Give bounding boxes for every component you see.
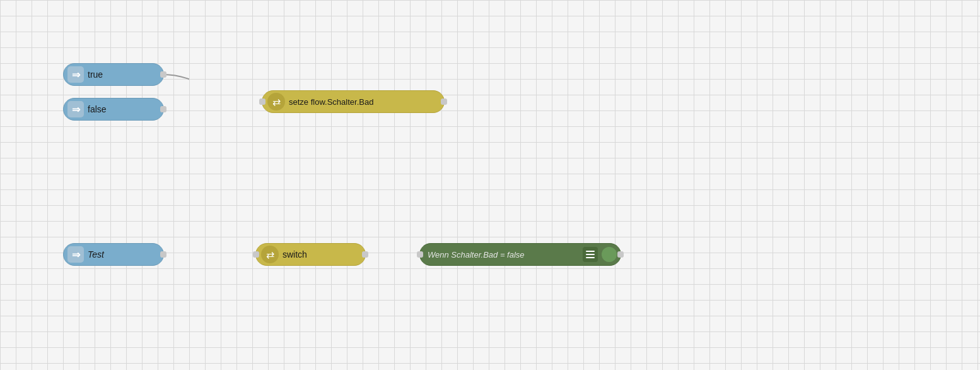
inject-false-label: false <box>88 104 107 114</box>
shuffle-icon-2: ⇄ <box>266 249 274 261</box>
setze-label: setze flow.Schalter.Bad <box>289 97 373 107</box>
inject-false-port-out <box>160 106 166 112</box>
grid-canvas <box>0 0 980 370</box>
switch-port-in <box>253 251 259 258</box>
setze-port-in <box>259 98 265 105</box>
inject-true-node[interactable]: ⇒ true <box>63 63 164 86</box>
inject-test-icon-box: ⇒ <box>67 246 84 263</box>
setze-icon-circle: ⇄ <box>267 93 285 110</box>
switch-node[interactable]: ⇄ switch <box>255 243 366 266</box>
inject-false-icon-box: ⇒ <box>67 101 84 117</box>
menu-line-2 <box>586 254 595 255</box>
setze-node[interactable]: ⇄ setze flow.Schalter.Bad <box>262 90 445 113</box>
wenn-status-dot <box>602 247 617 262</box>
menu-line-1 <box>586 251 595 252</box>
inject-test-label: Test <box>88 249 104 260</box>
inject-test-node[interactable]: ⇒ Test <box>63 243 164 266</box>
inject-test-port-out <box>160 251 166 258</box>
switch-label: switch <box>283 249 307 260</box>
wenn-label: Wenn Schalter.Bad = false <box>428 250 579 260</box>
switch-port-out <box>362 251 368 258</box>
inject-true-label: true <box>88 69 103 80</box>
menu-line-3 <box>586 257 595 258</box>
arrow-right-icon-3: ⇒ <box>72 249 80 261</box>
shuffle-icon-1: ⇄ <box>272 96 281 108</box>
inject-false-node[interactable]: ⇒ false <box>63 98 164 121</box>
menu-icon <box>583 247 598 262</box>
arrow-right-icon-2: ⇒ <box>72 104 80 116</box>
inject-true-icon-box: ⇒ <box>67 66 84 83</box>
inject-true-port-out <box>160 71 166 78</box>
wenn-port-in <box>417 251 423 258</box>
wenn-port-out <box>617 251 624 258</box>
wenn-node[interactable]: Wenn Schalter.Bad = false <box>419 243 621 266</box>
switch-icon-circle: ⇄ <box>261 246 279 263</box>
arrow-right-icon: ⇒ <box>72 69 80 81</box>
setze-port-out <box>441 98 447 105</box>
